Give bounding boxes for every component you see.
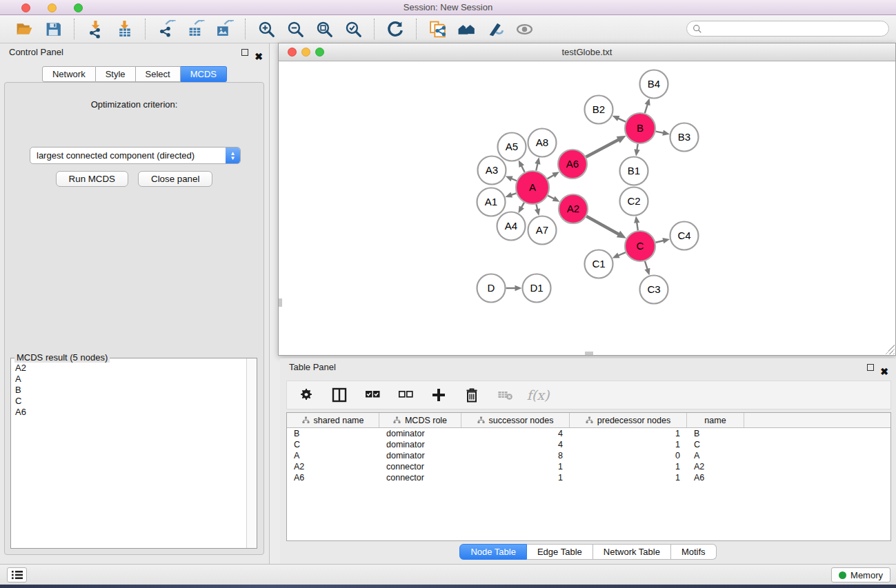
zoom-out-button[interactable] xyxy=(285,19,306,39)
delete-columns-button[interactable] xyxy=(464,387,480,403)
graph-node-B2[interactable]: B2 xyxy=(585,96,613,124)
result-node-item[interactable]: A xyxy=(15,374,242,385)
column-header-shared-name[interactable]: shared name xyxy=(287,413,379,427)
export-table-button[interactable] xyxy=(185,19,206,39)
table-row[interactable]: Cdominator41C xyxy=(287,439,890,450)
column-header-successor-nodes[interactable]: successor nodes xyxy=(461,413,570,427)
maximize-window-button[interactable] xyxy=(74,3,83,12)
tab-mcds[interactable]: MCDS xyxy=(181,66,227,82)
save-session-button[interactable] xyxy=(43,19,63,39)
result-node-item[interactable]: C xyxy=(15,396,242,407)
graph-node-B[interactable]: B xyxy=(625,113,655,143)
column-header-name[interactable]: name xyxy=(687,413,744,427)
float-panel-icon[interactable] xyxy=(241,49,248,56)
table-float-panel-icon[interactable] xyxy=(867,364,874,371)
graph-node-C4[interactable]: C4 xyxy=(670,222,699,250)
result-scrollbar[interactable] xyxy=(246,358,257,548)
graph-node-A8[interactable]: A8 xyxy=(528,129,557,157)
node-table[interactable]: shared nameMCDS rolesuccessor nodesprede… xyxy=(286,412,891,541)
table-row[interactable]: A6connector11A6 xyxy=(287,472,890,483)
graph-node-B3[interactable]: B3 xyxy=(670,123,699,152)
close-panel-button[interactable]: Close panel xyxy=(138,171,212,187)
run-mcds-button[interactable]: Run MCDS xyxy=(56,171,128,187)
column-type-icon xyxy=(302,416,310,424)
table-settings-button[interactable] xyxy=(298,387,315,403)
graph-node-C1[interactable]: C1 xyxy=(585,250,613,278)
network-canvas[interactable]: B4B2BB3A8A5A6A3B1AA1C2A2A4A7C4CC1C3DD1 xyxy=(279,61,895,355)
zoom-selected-button[interactable] xyxy=(343,19,364,39)
export-image-button[interactable] xyxy=(214,19,235,39)
graph-node-A4[interactable]: A4 xyxy=(497,212,526,241)
table-close-panel-icon[interactable]: ✖ xyxy=(880,363,888,381)
column-header-mcds-role[interactable]: MCDS role xyxy=(379,413,461,427)
import-table-button[interactable] xyxy=(114,19,135,39)
column-header-predecessor-nodes[interactable]: predecessor nodes xyxy=(570,413,687,427)
zoom-fit-button[interactable] xyxy=(314,19,335,39)
table-cell: 1 xyxy=(461,461,570,472)
svg-text:A5: A5 xyxy=(506,141,518,152)
graph-node-A7[interactable]: A7 xyxy=(528,216,557,245)
graph-node-D[interactable]: D xyxy=(477,274,506,303)
table-row[interactable]: Bdominator41B xyxy=(287,428,890,439)
canvas-left-handle[interactable] xyxy=(279,298,282,307)
search-input[interactable] xyxy=(686,21,889,37)
toggle-birdseye-button[interactable] xyxy=(514,19,535,39)
result-node-item[interactable]: B xyxy=(15,385,242,396)
zoom-in-icon xyxy=(257,20,276,39)
open-session-button[interactable] xyxy=(14,19,34,39)
memory-button[interactable]: Memory xyxy=(831,567,890,582)
table-body: Bdominator41BCdominator41CAdominator80AA… xyxy=(287,428,890,483)
table-row[interactable]: A2connector11A2 xyxy=(287,461,890,472)
close-window-button[interactable] xyxy=(21,3,30,12)
tab-style[interactable]: Style xyxy=(96,66,136,82)
tab-motifs[interactable]: Motifs xyxy=(671,544,717,560)
graph-node-D1[interactable]: D1 xyxy=(523,274,551,303)
column-label: name xyxy=(704,416,726,425)
refresh-view-button[interactable] xyxy=(385,19,406,39)
graph-node-C2[interactable]: C2 xyxy=(620,187,648,216)
network-close-button[interactable] xyxy=(288,48,297,57)
graph-node-A3[interactable]: A3 xyxy=(478,156,506,185)
home-view-button[interactable] xyxy=(456,19,477,39)
network-graph[interactable]: B4B2BB3A8A5A6A3B1AA1C2A2A4A7C4CC1C3DD1 xyxy=(279,61,895,355)
window-resize-grip[interactable] xyxy=(885,345,895,354)
control-panel-tabs: NetworkStyleSelectMCDS xyxy=(0,66,269,82)
panel-layout-button[interactable] xyxy=(331,387,348,403)
zoom-in-button[interactable] xyxy=(256,19,277,39)
clone-network-button[interactable] xyxy=(427,19,448,39)
add-column-button[interactable] xyxy=(430,387,447,403)
import-network-button[interactable] xyxy=(85,19,106,39)
network-maximize-button[interactable] xyxy=(315,48,324,57)
tab-network[interactable]: Network xyxy=(42,66,96,82)
export-network-button[interactable] xyxy=(156,19,177,39)
close-panel-icon[interactable]: ✖ xyxy=(255,48,263,65)
graph-node-C3[interactable]: C3 xyxy=(640,276,668,304)
unselect-all-columns-button[interactable] xyxy=(397,387,414,403)
column-label: successor nodes xyxy=(489,416,554,425)
select-all-columns-button[interactable] xyxy=(364,387,381,403)
graph-node-A2[interactable]: A2 xyxy=(559,194,588,223)
graph-node-C[interactable]: C xyxy=(625,231,655,261)
graph-node-B4[interactable]: B4 xyxy=(640,70,668,99)
canvas-bottom-handle[interactable] xyxy=(585,352,593,355)
network-minimize-button[interactable] xyxy=(301,48,310,57)
result-node-item[interactable]: A2 xyxy=(15,363,242,374)
tab-network-table[interactable]: Network Table xyxy=(593,544,671,560)
minimize-window-button[interactable] xyxy=(48,3,57,12)
function-builder-button: f(x) xyxy=(530,387,546,403)
tab-node-table[interactable]: Node Table xyxy=(459,544,527,560)
graph-node-A[interactable]: A xyxy=(516,171,549,204)
result-node-item[interactable]: A6 xyxy=(15,407,242,418)
tab-edge-table[interactable]: Edge Table xyxy=(527,544,593,560)
task-history-button[interactable] xyxy=(7,567,27,582)
main-toolbar xyxy=(0,15,896,43)
optimization-criterion-dropdown[interactable]: largest connected component (directed) ▲… xyxy=(30,147,241,164)
graph-node-A5[interactable]: A5 xyxy=(498,133,526,161)
show-graphics-details-button[interactable] xyxy=(485,19,506,39)
tab-select[interactable]: Select xyxy=(136,66,181,82)
graph-node-A1[interactable]: A1 xyxy=(477,188,506,216)
graph-node-A6[interactable]: A6 xyxy=(558,150,587,179)
dropdown-selected-value: largest connected component (directed) xyxy=(37,150,195,161)
table-row[interactable]: Adominator80A xyxy=(287,450,890,461)
graph-node-B1[interactable]: B1 xyxy=(620,157,648,185)
